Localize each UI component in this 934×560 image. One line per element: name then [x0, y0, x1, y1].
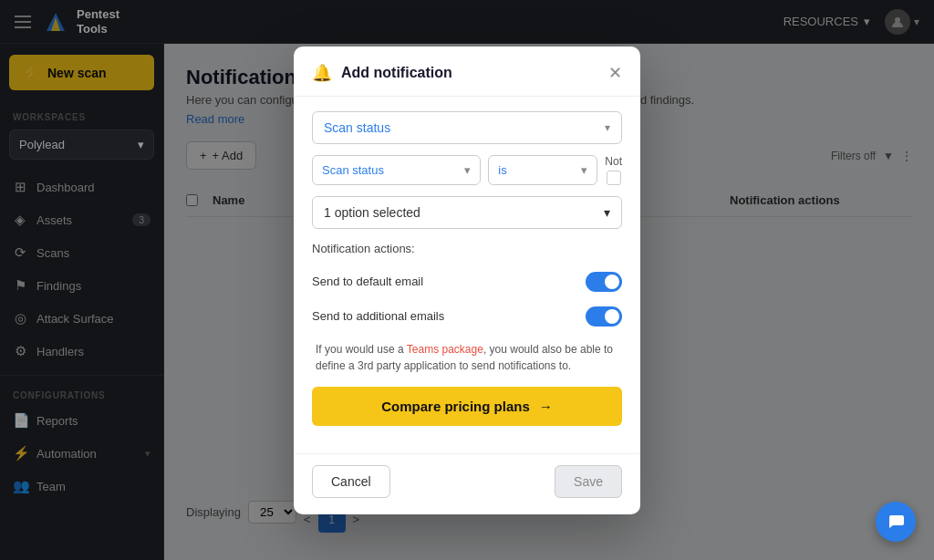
- not-label: Not: [605, 155, 622, 168]
- bell-icon: 🔔: [312, 63, 332, 83]
- modal-body: Scan status ▾ Scan status ▾ is ▾ Not: [294, 97, 640, 453]
- scan-status-chevron-icon: ▾: [464, 163, 471, 177]
- is-operator-chevron-icon: ▾: [581, 163, 587, 177]
- toggle-row-default-email: Send to default email: [312, 266, 622, 297]
- notification-actions-label: Notification actions:: [312, 242, 622, 255]
- default-email-label: Send to default email: [312, 275, 423, 288]
- condition-type-chevron-icon: ▾: [605, 121, 610, 134]
- scan-status-select[interactable]: Scan status ▾: [312, 155, 481, 185]
- additional-emails-toggle[interactable]: [586, 306, 622, 327]
- option-selected-chevron-icon: ▾: [604, 205, 610, 220]
- option-selected-dropdown[interactable]: 1 option selected ▾: [312, 196, 622, 229]
- modal-header: 🔔 Add notification ✕: [294, 47, 640, 97]
- chat-icon: [886, 512, 906, 532]
- is-operator-select[interactable]: is ▾: [488, 155, 597, 185]
- arrow-right-icon: →: [539, 399, 553, 414]
- save-button[interactable]: Save: [555, 465, 622, 498]
- add-notification-modal: 🔔 Add notification ✕ Scan status ▾ Scan …: [294, 47, 640, 514]
- teams-package-link[interactable]: Teams package: [407, 343, 483, 356]
- condition-row: Scan status ▾ is ▾ Not: [312, 155, 622, 185]
- upsell-text: If you would use a Teams package, you wo…: [312, 341, 622, 374]
- modal-overlay: 🔔 Add notification ✕ Scan status ▾ Scan …: [0, 0, 934, 560]
- default-email-toggle[interactable]: [586, 272, 622, 292]
- modal-title: Add notification: [341, 65, 599, 81]
- compare-pricing-button[interactable]: Compare pricing plans →: [312, 387, 622, 426]
- toggle-row-additional-emails: Send to additional emails: [312, 301, 622, 332]
- not-checkbox[interactable]: [607, 171, 621, 185]
- close-button[interactable]: ✕: [608, 65, 622, 81]
- chat-button[interactable]: [876, 502, 916, 542]
- additional-emails-label: Send to additional emails: [312, 309, 444, 323]
- condition-type-dropdown[interactable]: Scan status ▾: [312, 111, 622, 144]
- not-group: Not: [605, 155, 622, 185]
- cancel-button[interactable]: Cancel: [312, 465, 390, 498]
- modal-footer: Cancel Save: [294, 453, 640, 514]
